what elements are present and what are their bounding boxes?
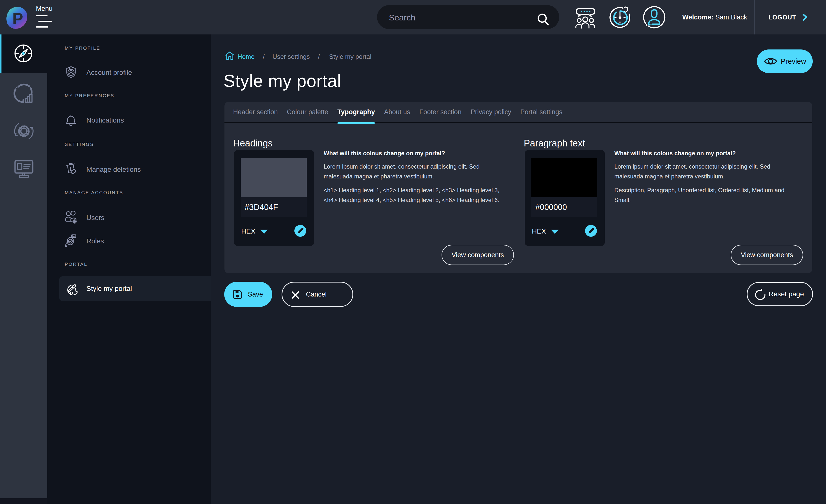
svg-text:P: P — [12, 10, 23, 28]
